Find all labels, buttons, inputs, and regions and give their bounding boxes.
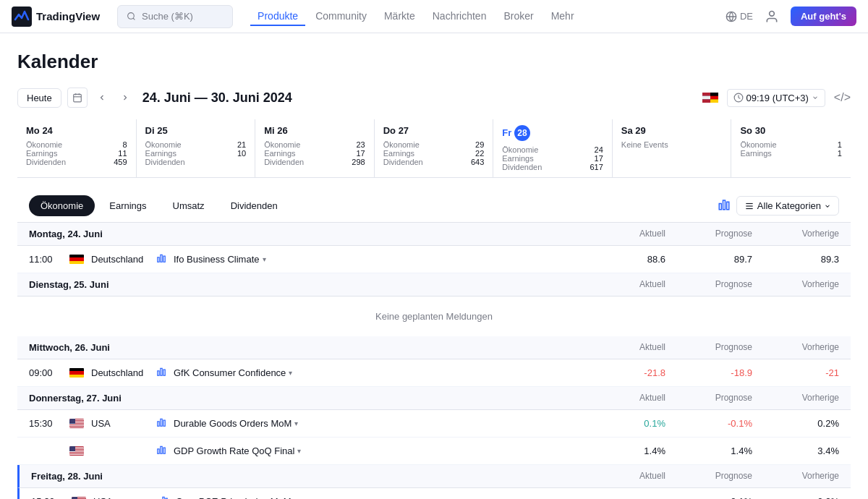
row-time: 15:30: [31, 496, 64, 499]
day-stat-dividenden-thu: Dividenden643: [383, 158, 485, 166]
svg-rect-18: [723, 200, 725, 210]
day-header-sun: So 30: [740, 125, 842, 136]
aktuell-val: -21.8: [579, 367, 665, 378]
aktuell-val: 1.4%: [579, 445, 665, 456]
nav-nachrichten[interactable]: Nachrichten: [425, 7, 494, 26]
nav-produkte[interactable]: Produkte: [250, 7, 305, 26]
search-box[interactable]: Suche (⌘K): [117, 5, 233, 28]
section-label-fri: Freitag, 28. Juni: [31, 471, 579, 482]
col-aktuell-tue: Aktuell: [579, 279, 665, 290]
svg-rect-25: [163, 256, 165, 262]
table-row: 11:00 Deutschland Ifo Business Climate ▾…: [17, 246, 851, 273]
calendar-icon[interactable]: [67, 88, 88, 108]
chevron-down-icon: ▾: [294, 419, 298, 427]
tab-oekonomie[interactable]: Ökonomie: [29, 195, 95, 216]
nav-maerkte[interactable]: Märkte: [377, 7, 422, 26]
day-header-tue: Di 25: [145, 125, 247, 136]
col-prognose-thu: Prognose: [665, 393, 752, 404]
day-col-sat: Sa 29 Keine Events: [613, 119, 732, 177]
col-vorherige-mon: Vorherige: [752, 229, 839, 239]
section-label-mon: Montag, 24. Juni: [29, 229, 579, 239]
today-button[interactable]: Heute: [17, 88, 61, 108]
svg-rect-14: [710, 96, 718, 100]
chevron-down-icon: ▾: [263, 255, 266, 263]
table-row: 15:30 USA Core PCE Price Index MoM ▾ 0.1…: [17, 488, 851, 499]
day-stat-oekonomie-wed: Ökonomie23: [264, 140, 365, 149]
flag-us: [69, 446, 84, 456]
row-left: GDP Growth Rate QoQ Final ▾: [29, 445, 579, 457]
tab-dividenden[interactable]: Dividenden: [219, 195, 289, 216]
row-left: 15:30 USA Durable Goods Orders MoM ▾: [29, 417, 579, 430]
nav-broker[interactable]: Broker: [496, 7, 540, 26]
bar-indicator-icon: [156, 417, 166, 430]
flag-us: [69, 419, 84, 428]
col-aktuell-mon: Aktuell: [579, 229, 665, 239]
prognose-val: 89.7: [665, 254, 752, 265]
day-col-thu: Do 27 Ökonomie29 Earnings22 Dividenden64…: [375, 119, 494, 177]
event-name[interactable]: GfK Consumer Confidence ▾: [174, 367, 292, 378]
event-name[interactable]: GDP Growth Rate QoQ Final ▾: [174, 445, 301, 456]
tab-umsatz[interactable]: Umsatz: [161, 195, 216, 216]
nav-community[interactable]: Community: [308, 7, 374, 26]
categories-button[interactable]: Alle Kategorien: [736, 196, 839, 216]
aufgehts-button[interactable]: Auf geht's: [791, 7, 856, 26]
chevron-down-icon: ▾: [289, 369, 292, 377]
date-range: 24. Juni — 30. Juni 2024: [142, 90, 292, 106]
event-name[interactable]: Durable Goods Orders MoM ▾: [174, 418, 298, 429]
clock-button[interactable]: 09:19 (UTC+3): [727, 89, 825, 107]
col-vorherige-fri: Vorherige: [752, 471, 839, 482]
prev-week-button[interactable]: [93, 89, 111, 106]
flag-de: [69, 368, 84, 378]
tabs-right: Alle Kategorien: [718, 196, 839, 216]
language-button[interactable]: DE: [726, 11, 753, 22]
svg-rect-13: [710, 93, 718, 96]
table-row: 09:00 Deutschland GfK Consumer Confidenc…: [17, 359, 851, 387]
day-header-thu: Do 27: [383, 125, 485, 136]
day-col-fri: Fr 28 Ökonomie24 Earnings17 Dividenden61…: [493, 119, 613, 177]
logo[interactable]: TradingView: [12, 7, 100, 27]
svg-rect-11: [702, 99, 710, 103]
event-name[interactable]: Core PCE Price Index MoM ▾: [176, 496, 298, 499]
day-header-mon: Mo 24: [26, 125, 127, 136]
event-name[interactable]: Ifo Business Climate ▾: [174, 254, 266, 265]
svg-rect-32: [158, 449, 159, 453]
day-col-wed: Mi 26 Ökonomie23 Earnings17 Dividenden29…: [255, 119, 375, 177]
section-label-wed: Mittwoch, 26. Juni: [29, 342, 579, 353]
vorherige-val: 89.3: [752, 254, 839, 265]
svg-rect-30: [161, 419, 162, 426]
col-prognose-mon: Prognose: [665, 229, 752, 239]
tab-earnings[interactable]: Earnings: [98, 195, 158, 216]
vorherige-val: 0.2%: [752, 418, 839, 429]
flag-de: [69, 255, 84, 264]
svg-rect-10: [702, 96, 710, 100]
col-prognose-wed: Prognose: [665, 342, 752, 353]
svg-point-1: [128, 13, 135, 20]
vorherige-val: 0.2%: [752, 496, 839, 499]
day-stat-earnings-sun: Earnings1: [740, 149, 842, 158]
no-events-tue: Keine geplanten Meldungen: [17, 297, 851, 336]
aktuell-val: 0.1%: [579, 418, 665, 429]
day-stat-oekonomie-tue: Ökonomie21: [145, 140, 247, 149]
navbar-right: DE Auf geht's: [726, 7, 856, 27]
svg-rect-29: [158, 422, 159, 426]
svg-rect-9: [702, 93, 710, 96]
chart-icon[interactable]: [718, 198, 731, 213]
section-header-tue: Dienstag, 25. Juni Aktuell Prognose Vorh…: [17, 273, 851, 297]
navbar-links: Produkte Community Märkte Nachrichten Br…: [250, 7, 581, 26]
next-week-button[interactable]: [116, 89, 134, 106]
day-header-wed: Mi 26: [264, 125, 365, 136]
svg-rect-15: [710, 99, 718, 103]
embed-button[interactable]: </>: [834, 91, 851, 104]
svg-rect-33: [161, 446, 162, 453]
day-stat-dividenden-tue: Dividenden: [145, 158, 247, 166]
search-placeholder: Suche (⌘K): [142, 11, 193, 22]
country-name: Deutschland: [91, 367, 149, 378]
section-header-mon: Montag, 24. Juni Aktuell Prognose Vorher…: [17, 223, 851, 246]
user-icon[interactable]: [762, 7, 782, 27]
col-prognose-fri: Prognose: [665, 471, 752, 482]
tabs: Ökonomie Earnings Umsatz Dividenden: [29, 195, 289, 216]
flags-icon[interactable]: [702, 93, 718, 103]
section-header-wed: Mittwoch, 26. Juni Aktuell Prognose Vorh…: [17, 336, 851, 359]
svg-rect-23: [158, 257, 159, 262]
nav-mehr[interactable]: Mehr: [544, 7, 582, 26]
